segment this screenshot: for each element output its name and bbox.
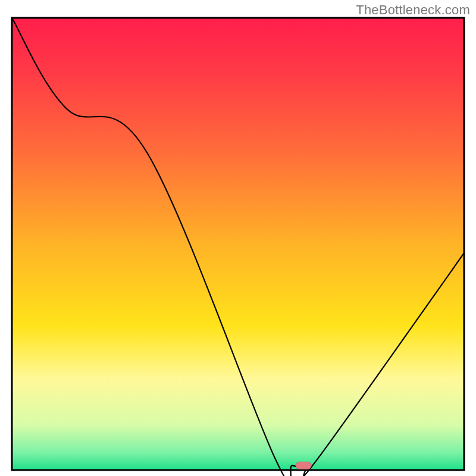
bottleneck-chart	[0, 0, 476, 476]
plot-background	[12, 18, 464, 470]
optimal-point-marker	[296, 462, 311, 469]
chart-container: TheBottleneck.com	[0, 0, 476, 476]
